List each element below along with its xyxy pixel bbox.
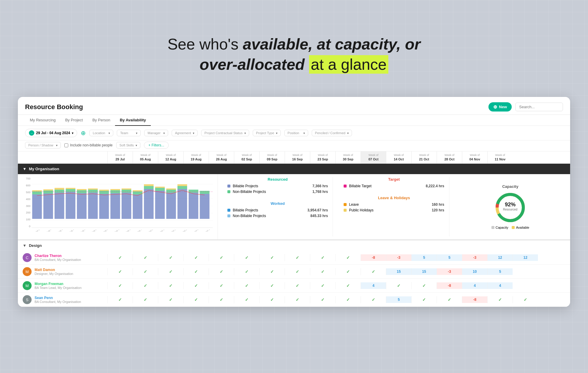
position-filter[interactable]: Position — [284, 130, 308, 136]
person-role-0: BA Consultant, My Organisation — [35, 258, 81, 261]
capacity-legend-available: Available — [512, 226, 529, 229]
svg-rect-41 — [155, 191, 165, 219]
agreement-filter[interactable]: Agreement — [172, 130, 198, 136]
resourced-title: Resourced — [227, 177, 328, 182]
week-col-2: Week of 12 Aug — [158, 151, 183, 163]
project-contractual-status-filter[interactable]: Project Contractual Status — [201, 130, 249, 136]
leave-row: Leave 160 hrs — [344, 202, 444, 207]
team-filter[interactable]: Team — [117, 130, 141, 136]
svg-rect-24 — [88, 190, 97, 193]
person-name-2[interactable]: Morgan Freeman — [35, 282, 82, 286]
public-holidays-row: Public Holidays 120 hrs — [344, 208, 444, 212]
week-cell-2-0: ✓ — [107, 282, 133, 289]
table-row: M Matt Damon Designer, My Organisation ✓… — [18, 265, 570, 279]
week-cell-0-11: -3 — [386, 254, 411, 261]
tab-by-availability[interactable]: By Availability — [115, 115, 151, 126]
week-cell-2-9: ✓ — [335, 282, 361, 289]
week-cell-0-14: -3 — [462, 254, 487, 261]
tab-by-project[interactable]: By Project — [60, 115, 88, 126]
week-cell-3-9: ✓ — [335, 296, 361, 303]
week-cell-2-11: ✓ — [386, 282, 411, 289]
donut-chart: 92% Resourced — [494, 191, 527, 224]
project-type-filter[interactable]: Project Type — [253, 130, 281, 136]
week-cell-3-6: ✓ — [259, 296, 285, 303]
tab-my-resourcing[interactable]: My Resourcing — [25, 115, 60, 126]
svg-rect-47 — [177, 189, 187, 219]
week-cell-3-11: 5 — [386, 296, 411, 303]
svg-rect-19 — [66, 188, 75, 189]
week-cell-0-4: ✓ — [209, 254, 234, 261]
target-panel: Target Billable Target 8,222.4 hrs Leave… — [339, 177, 449, 236]
leave-holidays-title: Leave & Holidays — [344, 196, 444, 200]
penciled-confirmed-filter[interactable]: Penciled / Confirmed — [312, 130, 352, 136]
manager-filter[interactable]: Manager — [144, 130, 168, 136]
search-input[interactable] — [515, 103, 563, 111]
person-shadow-label: Person / Shadow — [28, 143, 53, 147]
week-cell-1-12: 15 — [411, 268, 437, 275]
week-cell-1-6: ✓ — [259, 268, 285, 275]
week-col-4: Week of 26 Aug — [209, 151, 234, 163]
week-cell-3-16: ✓ — [513, 296, 538, 303]
collapse-icon[interactable]: ▼ — [23, 167, 27, 171]
person-name-1[interactable]: Matt Damon — [35, 268, 73, 272]
svg-rect-27 — [99, 191, 109, 194]
week-cell-2-6: ✓ — [259, 282, 285, 289]
week-cell-1-9: ✓ — [335, 268, 361, 275]
week-cell-2-7: ✓ — [285, 282, 310, 289]
avatar: C — [23, 253, 32, 262]
include-non-billable-checkbox[interactable]: Include non-billable people — [64, 143, 113, 147]
public-holidays-dot — [344, 209, 347, 212]
week-col-13: Week of 28 Oct — [437, 151, 462, 163]
svg-rect-34 — [122, 188, 131, 190]
person-cell-1: M Matt Damon Designer, My Organisation — [18, 265, 107, 278]
svg-rect-26 — [99, 194, 109, 219]
tab-by-person[interactable]: By Person — [88, 115, 115, 126]
week-cell-2-2: ✓ — [158, 282, 183, 289]
week-cell-1-13: -3 — [437, 268, 462, 275]
new-button[interactable]: ⊕ New — [488, 102, 512, 112]
resourced-nonbillable-row: Non-Billable Projects 1,768 hrs — [227, 190, 328, 194]
svg-rect-45 — [166, 190, 176, 193]
date-range-picker[interactable]: → 29 Jul - 04 Aug 2024 ▾ — [25, 129, 77, 137]
svg-rect-11 — [44, 194, 53, 219]
svg-rect-43 — [155, 187, 165, 188]
svg-rect-32 — [122, 193, 131, 219]
grid-scroll[interactable]: Week of 29 Jul Week of 05 Aug Week of 12… — [18, 151, 570, 307]
location-filter[interactable]: Location — [89, 130, 113, 136]
week-col-5: Week of 02 Sep — [234, 151, 259, 163]
resourced-panel: Resourced Billable Projects 7,366 hrs No… — [223, 177, 333, 236]
svg-rect-20 — [77, 193, 86, 219]
extra-filters-button[interactable]: + Filters... — [144, 142, 169, 149]
svg-rect-13 — [44, 189, 53, 191]
section-header-org: ▼ My Organisation — [18, 164, 570, 174]
header-right: ⊕ New — [488, 102, 563, 112]
week-cell-3-15: ✓ — [487, 296, 513, 303]
person-name-3[interactable]: Sean Penn — [35, 296, 81, 300]
public-holidays-label: Public Holidays — [349, 208, 373, 212]
person-role-3: BA Consultant, My Organisation — [35, 300, 81, 304]
week-cell-0-12: 5 — [411, 254, 437, 261]
svg-rect-12 — [44, 191, 53, 194]
person-cell-3: S Sean Penn BA Consultant, My Organisati… — [18, 293, 107, 307]
svg-rect-40 — [144, 184, 153, 186]
svg-rect-29 — [110, 193, 120, 219]
design-collapse-icon[interactable]: ▼ — [23, 243, 27, 248]
worked-nonbillable-value: 845.33 hrs — [311, 214, 328, 218]
svg-rect-53 — [200, 191, 209, 194]
svg-point-56 — [497, 194, 523, 221]
date-range-circle: → — [29, 130, 34, 136]
week-cell-2-13: -8 — [437, 282, 462, 289]
week-cell-3-0: ✓ — [107, 296, 133, 303]
person-name-0[interactable]: Charlize Theron — [35, 254, 81, 258]
available-label: Available — [516, 226, 529, 229]
soft-skills-filter[interactable]: Soft Skills — [116, 142, 140, 148]
week-cell-3-10: ✓ — [361, 296, 386, 303]
svg-rect-25 — [88, 188, 97, 190]
y-axis: 700 600 500 400 300 200 100 0 — [23, 177, 32, 234]
billable-dot — [227, 185, 230, 188]
week-cell-2-12: ✓ — [411, 282, 437, 289]
public-holidays-value: 120 hrs — [432, 208, 444, 212]
person-shadow-filter[interactable]: Person / Shadow — [25, 142, 61, 148]
circle-plus-icon[interactable]: ⊕ — [81, 129, 86, 137]
week-cell-2-15: 4 — [487, 282, 513, 289]
